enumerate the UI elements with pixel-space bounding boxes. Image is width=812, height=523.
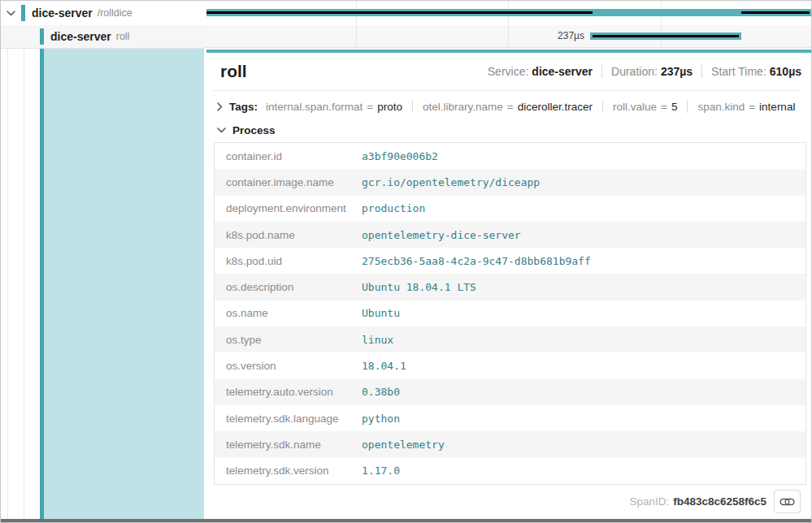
table-row: telemetry.auto.version0.38b0 (215, 379, 805, 405)
span-detail-header: roll Service:dice-server Duration:237µs … (214, 53, 801, 91)
meta-separator (701, 65, 702, 78)
service-name: dice-server (50, 30, 111, 43)
process-key: deployment.environment (215, 202, 362, 214)
process-value: opentelemetry (362, 439, 445, 451)
timeline-gridline (661, 1, 662, 49)
process-key: telemetry.sdk.version (215, 465, 362, 477)
span-row-rolldice[interactable]: dice-server /rolldice (1, 1, 204, 25)
tag-item: span.kind=internal (687, 101, 795, 113)
process-key: k8s.pod.uid (215, 255, 362, 267)
tags-accordion[interactable]: Tags: internal.span.format=proto otel.li… (206, 91, 812, 113)
chevron-down-icon[interactable] (7, 11, 15, 16)
chevron-down-icon (217, 128, 226, 133)
process-key: os.description (215, 281, 362, 293)
chevron-right-icon (217, 102, 223, 111)
process-value: linux (362, 334, 393, 346)
process-value: python (362, 413, 400, 425)
span-color-bar (40, 28, 44, 45)
span-color-bar (21, 5, 25, 21)
selected-span-highlight (40, 49, 204, 519)
meta-start-time: Start Time:610µs (711, 65, 801, 78)
span-title: roll (220, 62, 247, 81)
spanid-value: fb483c8c6258f6c5 (673, 495, 766, 508)
table-row: container.image.namegcr.io/opentelemetry… (215, 169, 805, 195)
spanid-label: SpanID: (629, 495, 669, 508)
table-row: os.typelinux (215, 326, 805, 352)
table-row: telemetry.sdk.nameopentelemetry (215, 431, 805, 457)
span-bar-roll[interactable] (590, 32, 741, 40)
span-duration-label: 237µs (558, 31, 584, 41)
table-row: k8s.pod.uid275ecb36-5aa8-4c2a-9c47-d8bb6… (215, 248, 805, 274)
table-row: k8s.pod.nameopentelemetry-dice-server (215, 222, 805, 248)
table-row: telemetry.sdk.version1.17.0 (215, 458, 805, 484)
process-value: Ubuntu (362, 307, 400, 319)
process-key: container.image.name (215, 176, 362, 188)
span-meta: Service:dice-server Duration:237µs Start… (488, 65, 801, 78)
table-row: os.nameUbuntu (215, 300, 805, 326)
child-duration-overlay (741, 11, 810, 14)
process-key: os.name (215, 307, 362, 319)
process-key: os.version (215, 360, 362, 372)
process-value: 0.38b0 (362, 386, 400, 398)
process-value: Ubuntu 18.04.1 LTS (362, 281, 476, 293)
process-key-value-table: container.ida3bf90e006b2 container.image… (214, 142, 806, 485)
operation-name: roll (116, 31, 130, 42)
process-value: 275ecb36-5aa8-4c2a-9c47-d8bb681b9aff (362, 255, 591, 267)
process-key: telemetry.auto.version (215, 386, 362, 398)
service-name: dice-server (32, 6, 93, 19)
span-tree: dice-server /rolldice dice-server roll (1, 1, 204, 519)
copy-link-button[interactable] (774, 490, 801, 513)
trace-detail-view: dice-server /rolldice dice-server roll 2… (0, 0, 812, 523)
process-value: opentelemetry-dice-server (362, 229, 521, 241)
timeline-gridline (508, 1, 509, 49)
meta-service: Service:dice-server (488, 65, 593, 78)
process-accordion[interactable]: Process (206, 113, 812, 136)
span-bar-rolldice[interactable] (206, 9, 812, 16)
process-key: telemetry.sdk.language (215, 413, 362, 425)
meta-duration: Duration:237µs (611, 65, 693, 78)
process-value: gcr.io/opentelemetry/diceapp (362, 176, 540, 188)
tag-item: roll.value=5 (602, 101, 677, 113)
span-detail-footer: SpanID: fb483c8c6258f6c5 (206, 485, 812, 518)
tree-gridline (24, 1, 24, 519)
span-row-roll[interactable]: dice-server roll (1, 25, 204, 49)
process-key: telemetry.sdk.name (215, 439, 362, 451)
process-value: production (362, 202, 425, 214)
process-key: container.id (215, 150, 362, 162)
self-duration-overlay (593, 35, 739, 37)
timeline: 237µs (204, 1, 812, 49)
bottom-scroll-edge (1, 519, 811, 522)
process-value: 1.17.0 (362, 465, 400, 477)
link-icon (779, 497, 795, 507)
tag-item: internal.span.format=proto (266, 101, 402, 113)
table-row: os.descriptionUbuntu 18.04.1 LTS (215, 274, 805, 300)
table-row: deployment.environmentproduction (215, 196, 805, 222)
process-key: os.type (215, 334, 362, 346)
tags-header: Tags: (229, 101, 258, 113)
tree-gridline (7, 1, 8, 519)
table-row: container.ida3bf90e006b2 (215, 143, 805, 169)
table-row: os.version18.04.1 (215, 352, 805, 378)
child-duration-overlay (206, 11, 593, 14)
process-value: 18.04.1 (362, 360, 406, 372)
timeline-gridline (356, 1, 357, 49)
process-header: Process (232, 124, 276, 136)
operation-name: /rolldice (98, 7, 132, 19)
span-detail-panel: roll Service:dice-server Duration:237µs … (206, 50, 812, 518)
table-row: telemetry.sdk.languagepython (215, 405, 805, 431)
meta-separator (601, 65, 602, 78)
tag-item: otel.library.name=diceroller.tracer (412, 101, 593, 113)
process-value: a3bf90e006b2 (362, 150, 438, 162)
process-key: k8s.pod.name (215, 229, 362, 241)
